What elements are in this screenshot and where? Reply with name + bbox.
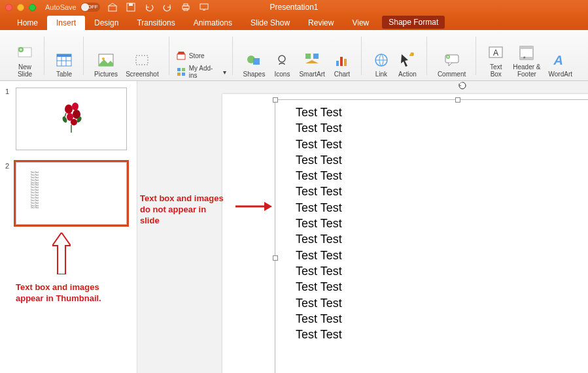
- svg-rect-34: [520, 46, 533, 49]
- autosave-switch[interactable]: [80, 3, 100, 12]
- slide-thumbnail-1[interactable]: [16, 88, 127, 150]
- store-button[interactable]: Store: [176, 50, 226, 61]
- workspace: 1 2 Test TestTest Test: [0, 81, 588, 373]
- header-footer-label: Header & Footer: [513, 63, 540, 78]
- maximize-window[interactable]: [29, 4, 36, 11]
- resize-handle[interactable]: [273, 255, 278, 261]
- svg-text:A: A: [552, 53, 564, 67]
- chart-button[interactable]: Chart: [329, 50, 355, 79]
- rotation-handle[interactable]: [458, 81, 467, 90]
- tv-icon[interactable]: [199, 3, 209, 12]
- table-label: Table: [56, 71, 72, 78]
- svg-rect-21: [253, 58, 260, 65]
- text-box-button[interactable]: A Text Box: [483, 42, 509, 79]
- svg-rect-35: [520, 57, 533, 59]
- my-addins-button[interactable]: My Add-ins ▾: [176, 65, 226, 79]
- svg-rect-23: [305, 54, 311, 59]
- screenshot-button[interactable]: Screenshot: [122, 50, 163, 79]
- comment-icon: [443, 51, 461, 69]
- thumb-number: 1: [5, 88, 12, 150]
- new-slide-icon: [16, 44, 34, 62]
- pictures-button[interactable]: Pictures: [90, 50, 122, 79]
- tab-transitions[interactable]: Transitions: [128, 16, 184, 30]
- print-icon[interactable]: [181, 3, 190, 12]
- link-label: Link: [375, 71, 387, 78]
- text-box-label: Text Box: [490, 63, 502, 78]
- undo-icon[interactable]: [145, 3, 154, 12]
- save-icon[interactable]: [126, 3, 135, 12]
- icons-label: Icons: [274, 71, 290, 78]
- comment-button[interactable]: Comment: [434, 50, 470, 79]
- svg-rect-11: [57, 54, 71, 57]
- icons-button[interactable]: Icons: [269, 50, 295, 79]
- svg-rect-7: [203, 10, 205, 10]
- shapes-icon: [245, 51, 263, 69]
- action-button[interactable]: Action: [394, 50, 421, 79]
- chart-label: Chart: [334, 71, 350, 78]
- slide-canvas[interactable]: Test Test Test Test Test Test Test Test …: [137, 81, 588, 373]
- svg-point-38: [65, 105, 73, 114]
- tab-insert[interactable]: Insert: [47, 16, 85, 30]
- new-slide-label: New Slide: [18, 63, 32, 78]
- action-label: Action: [398, 71, 417, 78]
- tab-home[interactable]: Home: [8, 16, 47, 30]
- ribbon: New Slide Table Pictures Screenshot Stor…: [0, 30, 588, 81]
- svg-rect-27: [344, 59, 347, 66]
- autosave-toggle[interactable]: AutoSave: [45, 3, 100, 12]
- pictures-label: Pictures: [94, 71, 118, 78]
- chart-icon: [333, 51, 351, 69]
- svg-marker-48: [52, 233, 71, 274]
- action-icon: [398, 51, 417, 69]
- new-slide-button[interactable]: New Slide: [12, 42, 38, 79]
- resize-handle[interactable]: [273, 97, 278, 103]
- slide-thumbnails-panel[interactable]: 1 2 Test TestTest Test: [0, 81, 137, 373]
- icons-icon: [273, 51, 291, 69]
- slide-thumbnail-2[interactable]: Test TestTest Test Test TestTest Test Te…: [16, 162, 127, 225]
- thumb-number: 2: [5, 162, 12, 225]
- close-window[interactable]: [5, 4, 12, 11]
- store-icon: [176, 50, 186, 61]
- header-footer-icon: #: [517, 44, 536, 62]
- annotation-slide: Text box and images do not appear in sli…: [140, 193, 232, 227]
- minimize-window[interactable]: [17, 4, 24, 11]
- shapes-label: Shapes: [243, 71, 266, 78]
- resize-handle[interactable]: [455, 97, 460, 103]
- textbox-content[interactable]: Test Test Test Test Test Test Test Test …: [296, 105, 342, 342]
- svg-point-39: [72, 103, 78, 110]
- pictures-icon: [97, 51, 115, 69]
- svg-rect-16: [177, 68, 181, 71]
- dropdown-icon: ▾: [223, 69, 226, 76]
- tab-view[interactable]: View: [343, 16, 378, 30]
- link-icon: [372, 51, 390, 69]
- home-icon[interactable]: [108, 3, 117, 12]
- roses-image: [57, 100, 87, 134]
- store-label: Store: [189, 52, 205, 59]
- titlebar: AutoSave Presentation1: [0, 0, 588, 14]
- svg-rect-25: [336, 61, 339, 66]
- tab-shape-format[interactable]: Shape Format: [382, 16, 445, 29]
- tab-animations[interactable]: Animations: [184, 16, 241, 30]
- smartart-button[interactable]: SmartArt: [295, 50, 328, 79]
- thumbnail-row-2: 2 Test TestTest Test Test TestTest Test …: [5, 162, 131, 225]
- annotation-thumb: Text box and images appear in Thumbnail.: [16, 282, 127, 304]
- wordart-button[interactable]: A WordArt: [545, 50, 577, 79]
- autosave-label: AutoSave: [45, 3, 77, 11]
- svg-marker-47: [264, 202, 272, 211]
- tab-review[interactable]: Review: [299, 16, 343, 30]
- svg-rect-4: [184, 4, 188, 6]
- text-box-icon: A: [487, 44, 505, 62]
- tab-design[interactable]: Design: [85, 16, 128, 30]
- svg-rect-15: [177, 54, 185, 59]
- ribbon-tabs: Home Insert Design Transitions Animation…: [0, 14, 588, 30]
- screenshot-label: Screenshot: [126, 71, 159, 78]
- tab-slideshow[interactable]: Slide Show: [241, 16, 299, 30]
- table-button[interactable]: Table: [51, 50, 77, 79]
- svg-point-42: [71, 119, 77, 125]
- svg-rect-26: [340, 57, 343, 66]
- shapes-button[interactable]: Shapes: [239, 50, 269, 79]
- link-button[interactable]: Link: [368, 50, 394, 79]
- svg-text:A: A: [493, 48, 498, 57]
- header-footer-button[interactable]: # Header & Footer: [509, 42, 544, 79]
- redo-icon[interactable]: [163, 3, 172, 12]
- screenshot-icon: [133, 51, 151, 69]
